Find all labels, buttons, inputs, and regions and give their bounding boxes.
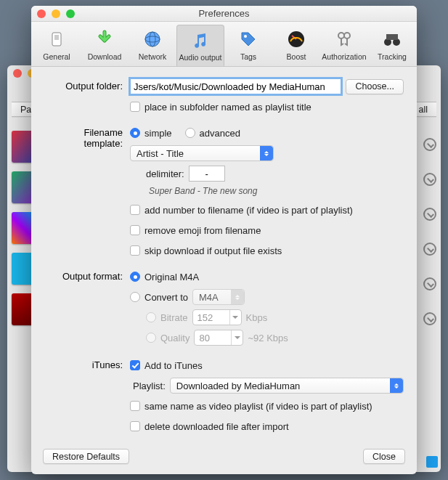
remove-emoji-checkbox[interactable]	[130, 225, 140, 235]
tab-boost[interactable]: Boost	[272, 25, 320, 66]
template-advanced-label: advanced	[200, 128, 240, 139]
chevron-updown-icon	[390, 378, 403, 393]
tab-label: General	[33, 52, 81, 61]
playlist-select[interactable]: Downloaded by MediaHuman	[170, 378, 404, 394]
template-pattern-value: Artist - Title	[137, 148, 184, 159]
choose-folder-button[interactable]: Choose...	[346, 79, 404, 94]
close-button[interactable]: Close	[363, 449, 405, 464]
tab-label: Tracking	[368, 52, 416, 61]
output-folder-field[interactable]	[130, 78, 341, 94]
quality-radio	[146, 333, 156, 343]
svg-point-5	[244, 35, 247, 38]
chevron-down-icon	[231, 330, 243, 345]
chevron-updown-icon	[260, 146, 273, 160]
add-to-itunes-checkbox[interactable]	[130, 360, 140, 370]
tab-download[interactable]: Download	[81, 25, 129, 66]
template-simple-radio[interactable]	[130, 128, 140, 138]
preferences-toolbar: General Download Network Audio output Ta…	[31, 22, 417, 67]
kbps-label: Kbps	[246, 312, 268, 323]
skip-existing-checkbox[interactable]	[130, 245, 140, 256]
tab-general[interactable]: General	[33, 25, 81, 66]
download-icon[interactable]	[423, 138, 436, 151]
preferences-form: Output folder: Choose... place in subfol…	[31, 67, 417, 442]
delete-after-import-checkbox[interactable]	[130, 421, 140, 431]
same-name-label: same name as video playlist (if video is…	[144, 401, 372, 412]
download-icon[interactable]	[423, 277, 436, 290]
tab-label: Boost	[272, 52, 320, 61]
close-icon[interactable]	[37, 9, 46, 18]
chevron-updown-icon	[231, 290, 244, 304]
svg-point-2	[145, 32, 160, 46]
bitrate-combo: 152	[192, 309, 242, 325]
tab-label: Network	[129, 52, 176, 61]
download-icon[interactable]	[423, 312, 436, 325]
itunes-label: iTunes:	[44, 357, 130, 370]
same-name-checkbox[interactable]	[130, 401, 140, 411]
binoculars-icon	[380, 28, 404, 51]
template-example: Super Band - The new song	[149, 186, 404, 196]
download-arrow-icon	[93, 28, 116, 51]
bg-close-icon[interactable]	[13, 69, 22, 78]
filename-template-label: Filename template:	[44, 125, 130, 149]
format-original-label: Original M4A	[144, 272, 199, 282]
svg-rect-11	[386, 34, 398, 40]
download-icon[interactable]	[423, 208, 436, 221]
approx-kbps-label: ~92 Kbps	[248, 333, 288, 343]
playlist-value: Downloaded by MediaHuman	[176, 381, 301, 391]
dialog-footer: Restore Defaults Close	[31, 442, 417, 474]
template-advanced-radio[interactable]	[185, 128, 195, 138]
format-original-radio[interactable]	[130, 272, 140, 282]
preferences-window: Preferences General Download Network Aud…	[31, 6, 417, 474]
music-note-icon	[189, 28, 212, 52]
bitrate-radio	[146, 312, 156, 322]
convert-format-select[interactable]: M4A	[192, 289, 245, 305]
add-number-label: add number to filename (if video is part…	[144, 205, 353, 216]
skip-existing-label: skip download if output file exists	[144, 245, 282, 256]
quality-combo: 80	[194, 330, 243, 346]
quality-value: 80	[199, 333, 209, 343]
delimiter-label: delimiter:	[146, 168, 184, 179]
chevron-down-icon	[229, 310, 241, 325]
globe-icon	[141, 28, 164, 51]
twitter-icon[interactable]	[426, 456, 438, 468]
format-convert-radio[interactable]	[130, 292, 140, 302]
tab-label: Download	[81, 52, 129, 61]
restore-defaults-button[interactable]: Restore Defaults	[43, 449, 129, 464]
delimiter-field[interactable]	[189, 166, 225, 182]
download-icon[interactable]	[423, 243, 436, 256]
subfolder-checkbox[interactable]	[130, 102, 140, 112]
switch-icon	[45, 28, 68, 51]
gauge-icon	[285, 28, 308, 51]
delete-after-import-label: delete downloaded file after import	[144, 421, 289, 432]
svg-point-8	[344, 33, 350, 38]
add-to-itunes-label: Add to iTunes	[144, 360, 203, 371]
bitrate-value: 152	[197, 312, 213, 323]
output-folder-label: Output folder:	[44, 78, 130, 91]
zoom-icon[interactable]	[66, 9, 75, 18]
svg-point-7	[338, 33, 344, 38]
convert-format-value: M4A	[199, 292, 219, 303]
tab-label: Audio output	[177, 53, 224, 62]
template-pattern-select[interactable]: Artist - Title	[130, 145, 274, 161]
minimize-icon[interactable]	[52, 9, 60, 18]
tab-authorization[interactable]: Authorization	[320, 25, 368, 66]
tag-icon	[237, 28, 260, 51]
download-icon[interactable]	[423, 173, 436, 186]
svg-rect-1	[54, 35, 59, 40]
keys-icon	[333, 28, 356, 51]
remove-emoji-label: remove emoji from filename	[144, 225, 261, 236]
tab-tracking[interactable]: Tracking	[368, 25, 416, 66]
format-convert-label: Convert to	[144, 292, 188, 303]
quality-label: Quality	[160, 333, 190, 343]
playlist-label: Playlist:	[133, 381, 166, 391]
output-format-label: Output format:	[44, 269, 130, 282]
bg-download-buttons	[423, 138, 436, 325]
window-title: Preferences	[198, 8, 249, 19]
tab-label: Authorization	[320, 52, 368, 61]
tab-tags[interactable]: Tags	[224, 25, 272, 66]
tab-network[interactable]: Network	[129, 25, 176, 66]
tab-audio-output[interactable]: Audio output	[176, 25, 224, 66]
add-number-checkbox[interactable]	[130, 205, 140, 215]
subfolder-label: place in subfolder named as playlist tit…	[144, 102, 311, 113]
tab-label: Tags	[224, 52, 272, 61]
